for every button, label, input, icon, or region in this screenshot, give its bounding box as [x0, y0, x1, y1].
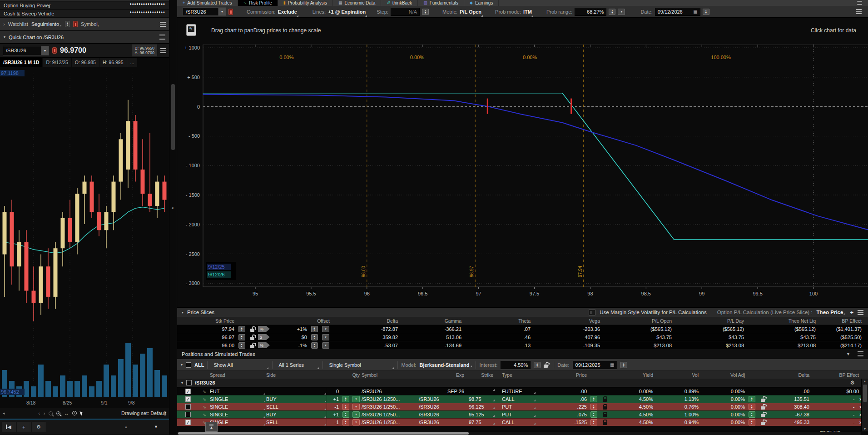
- qty-stepper[interactable]: [342, 404, 349, 410]
- offset-unit-badge[interactable]: %: [258, 326, 270, 332]
- qty-stepper[interactable]: [342, 411, 349, 418]
- tab-risk-profile[interactable]: ∿Risk Profile: [238, 0, 278, 6]
- lock-icon[interactable]: [603, 414, 607, 417]
- scroll-to-top-button[interactable]: ▲: [205, 422, 218, 432]
- margin-volatility-checkbox[interactable]: [589, 310, 595, 315]
- col-side[interactable]: Side: [266, 372, 327, 378]
- drawing-set-control[interactable]: Drawing set: Default: [121, 410, 166, 416]
- vol-adj-stepper[interactable]: [749, 404, 755, 410]
- watchlist-tab[interactable]: Watchlist: [8, 21, 28, 27]
- quick-chart-menu-icon[interactable]: [159, 35, 165, 40]
- vol-adj-stepper[interactable]: [749, 396, 755, 402]
- include-checkbox[interactable]: [185, 412, 191, 417]
- qty-stepper[interactable]: [342, 396, 349, 402]
- lock-icon[interactable]: [603, 406, 607, 410]
- scrollbar-thumb[interactable]: [178, 432, 469, 435]
- offset-stepper[interactable]: [311, 326, 318, 332]
- risk-profile-chart-panel[interactable]: Drag chart to panDrag prices to change s…: [177, 18, 868, 308]
- offset-stepper[interactable]: [311, 342, 318, 349]
- position-row[interactable]: ✓∿SINGLESELL-1/SR3U26 1/250.../SR3U2697.…: [177, 418, 868, 426]
- expand-horizontal-icon[interactable]: ↔: [64, 411, 69, 416]
- date-control[interactable]: Date: 09/12/2026 ▦: [639, 6, 711, 17]
- prob-range-dropdown[interactable]: [618, 9, 625, 15]
- col-vega[interactable]: Vega: [532, 318, 602, 324]
- pan-left-icon[interactable]: ‹: [39, 411, 40, 416]
- symbol-mode-dropdown[interactable]: Single Symbol: [326, 360, 394, 370]
- calendar-icon[interactable]: ▦: [610, 363, 614, 367]
- date-stepper[interactable]: [703, 9, 709, 15]
- col-pl-day[interactable]: P/L Day: [674, 318, 746, 324]
- cursor-icon[interactable]: [80, 410, 84, 416]
- tab-add-simulated-trades[interactable]: +Add Simulated Trades: [177, 0, 238, 6]
- chevron-down-icon[interactable]: ▾: [181, 381, 183, 385]
- add-gadget-button[interactable]: ＋: [17, 422, 30, 432]
- vertical-scrollbar[interactable]: ▲ ▼: [861, 379, 868, 431]
- settings-menu-icon[interactable]: [856, 9, 862, 14]
- price-stepper[interactable]: [590, 419, 597, 425]
- date-field[interactable]: 09/12/2026 ▦: [655, 8, 700, 16]
- tab-probability-analysis[interactable]: ▮Probability Analysis: [278, 0, 333, 6]
- scroll-up-icon[interactable]: ▲: [863, 380, 867, 383]
- tab-thinkback[interactable]: ↺thinkBack: [381, 0, 418, 6]
- col-vol-adj[interactable]: Vol Adj: [700, 372, 747, 378]
- price-slice-row[interactable]: 97.94%+1%-872.87-366.21.07-203.36($565.1…: [177, 325, 868, 333]
- price-slice-row[interactable]: 96.97$$0-359.82-513.06.46-407.96$43.75$4…: [177, 333, 868, 341]
- prob-mode-control[interactable]: Prob mode: ITM: [493, 6, 534, 17]
- include-checkbox[interactable]: [185, 404, 191, 410]
- unlock-icon[interactable]: [761, 422, 765, 425]
- risk-profile-svg[interactable]: + 1000+ 5000- 500- 1000- 1500- 2000- 250…: [177, 45, 868, 306]
- include-checkbox[interactable]: ✓: [185, 396, 191, 402]
- unlock-icon[interactable]: [250, 345, 254, 348]
- qty-dropdown[interactable]: [352, 411, 360, 418]
- vol-adj-stepper[interactable]: [749, 411, 755, 418]
- unlock-icon[interactable]: [761, 406, 765, 410]
- pan-right-icon[interactable]: ›: [44, 411, 45, 416]
- interest-field[interactable]: 4.50%: [501, 361, 531, 369]
- symbol-menu-icon[interactable]: [160, 48, 166, 53]
- chart-style-icon[interactable]: [186, 24, 196, 36]
- calendar-icon[interactable]: ▦: [693, 10, 697, 14]
- chevron-down-icon[interactable]: ▾: [4, 35, 5, 39]
- offset-dropdown[interactable]: [322, 342, 329, 349]
- candlestick-chart[interactable]: 97.119896.7452: [0, 67, 169, 399]
- col-price[interactable]: Price: [536, 372, 589, 378]
- chevron-right-icon[interactable]: ›: [3, 21, 5, 27]
- scrollbar-thumb[interactable]: [171, 84, 175, 150]
- col-bp-effect[interactable]: BP Effect: [818, 318, 868, 324]
- all-checkbox[interactable]: [186, 362, 191, 368]
- symbol-combo[interactable]: /SR3U26 ▼: [3, 46, 49, 55]
- offset-dropdown[interactable]: [322, 334, 329, 340]
- col-type[interactable]: Type: [495, 372, 536, 378]
- lock-icon[interactable]: [603, 399, 607, 402]
- positions-menu-icon[interactable]: [858, 351, 863, 356]
- zoom-in-icon[interactable]: +: [56, 411, 60, 415]
- add-slice-button[interactable]: +: [850, 309, 853, 316]
- collapse-icon[interactable]: ▼: [846, 352, 850, 356]
- qty-dropdown[interactable]: [352, 419, 360, 425]
- stk-price-stepper[interactable]: [238, 342, 245, 349]
- prob-range-field[interactable]: 68.27%: [575, 8, 606, 16]
- account-row-cash-sweep[interactable]: Cash & Sweep Vehicle ****************: [0, 10, 169, 18]
- collapse-sidebar-icon[interactable]: ◂: [171, 205, 174, 210]
- col-qty[interactable]: Qty: [327, 372, 362, 378]
- series-dropdown[interactable]: All 1 Series: [276, 360, 319, 370]
- col-offset[interactable]: Offset: [271, 318, 332, 324]
- collapse-panel-button[interactable]: ◀: [2, 422, 15, 432]
- position-row[interactable]: ✓∿FUT0/SR3U26SEP 26FUTURE.000.00%0.89%0.…: [177, 387, 868, 395]
- col-delta[interactable]: Delta: [332, 318, 400, 324]
- col-strike[interactable]: Strike: [466, 372, 495, 378]
- qty-stepper[interactable]: [342, 419, 349, 425]
- analyze-symbol-combo[interactable]: /SR3U26 ▼: [183, 7, 226, 16]
- sort-icon[interactable]: ▴▾: [65, 21, 70, 27]
- col-exp[interactable]: Exp: [419, 372, 466, 378]
- gear-icon[interactable]: ⚙: [850, 380, 855, 386]
- offset-stepper[interactable]: [311, 334, 318, 340]
- crosshair-icon[interactable]: +: [72, 411, 77, 415]
- zoom-out-icon[interactable]: -: [49, 411, 53, 415]
- scroll-down-icon[interactable]: ▼: [154, 425, 158, 429]
- commission-control[interactable]: Commission: Exclude: [245, 6, 299, 17]
- chevron-down-icon[interactable]: ▼: [41, 46, 49, 55]
- include-checkbox[interactable]: ✓: [185, 389, 191, 394]
- prob-range-stepper[interactable]: [609, 9, 615, 15]
- account-row-buying-power[interactable]: Option Buying Power ****************: [0, 1, 169, 10]
